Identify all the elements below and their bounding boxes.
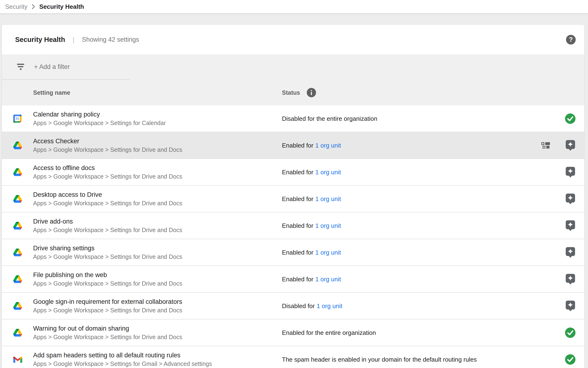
table-row[interactable]: Drive sharing settings Apps > Google Wor… [2,239,584,266]
row-trailing-icons [565,247,576,258]
drive-icon [13,329,22,337]
title-separator: | [73,36,74,44]
status-ok-icon [565,327,576,338]
setting-path: Apps > Google Workspace > Settings for D… [33,306,182,314]
setting-name: Calendar sharing policy [33,110,166,119]
status-text: Disabled for [282,302,315,309]
breadcrumb: Security Security Health [0,0,588,13]
table-row[interactable]: Warning for out of domain sharing Apps >… [2,320,584,346]
setting-name: Google sign-in requirement for external … [33,297,182,306]
app-icon [13,275,22,283]
setting-text: Drive add-ons Apps > Google Workspace > … [33,217,182,234]
setting-text: Add spam headers setting to all default … [33,351,212,368]
app-icon [13,222,22,230]
org-unit-link[interactable]: 1 org unit [315,276,341,283]
recommendation-badge-icon[interactable] [565,139,576,151]
recommendation-badge-icon[interactable] [565,247,576,258]
help-glyph: ? [569,36,573,43]
setting-status: Enabled for1 org unit [282,195,341,202]
row-trailing-icons [565,273,576,285]
recommendation-badge-icon[interactable] [565,273,576,285]
setting-status: Enabled for1 org unit [282,276,341,283]
calendar-icon: 31 [13,114,22,123]
toolbar: + Add a filter Setting name Status [2,55,584,105]
breadcrumb-security-link[interactable]: Security [5,3,27,10]
setting-name: Add spam headers setting to all default … [33,351,212,360]
drive-icon [13,168,22,176]
setting-text: Warning for out of domain sharing Apps >… [33,324,182,341]
setting-text: Access Checker Apps > Google Workspace >… [33,137,182,154]
setting-status: Enabled for1 org unit [282,142,341,149]
org-unit-link[interactable]: 1 org unit [315,249,341,256]
status-text: The spam header is enabled in your domai… [282,356,477,363]
table-row[interactable]: Access Checker Apps > Google Workspace >… [2,132,584,159]
chevron-right-icon [32,4,35,9]
setting-name: Access to offline docs [33,164,182,172]
recommendation-badge-icon[interactable] [565,220,576,231]
setting-status: The spam header is enabled in your domai… [282,356,477,363]
row-trailing-icons [565,300,576,312]
drive-icon [13,302,22,310]
column-status-label: Status [282,89,300,96]
drive-icon [13,195,22,203]
row-trailing-icons [565,113,576,124]
column-setting-name: Setting name [33,89,70,96]
org-unit-link[interactable]: 1 org unit [315,168,341,175]
table-row[interactable]: Desktop access to Drive Apps > Google Wo… [2,186,584,212]
table-row[interactable]: Drive add-ons Apps > Google Workspace > … [2,212,584,239]
page-background: Security Health | Showing 42 settings ? [0,13,588,368]
breadcrumb-current-page: Security Health [39,3,84,10]
recommendation-badge-icon[interactable] [565,166,576,178]
row-trailing-icons [565,166,576,178]
row-trailing-icons [565,354,576,365]
security-health-page: Security Security Health Security Health… [0,0,588,368]
setting-name: Desktop access to Drive [33,190,182,199]
gmail-icon [13,356,22,363]
help-icon[interactable]: ? [566,35,576,45]
app-icon [13,302,22,310]
setting-text: Calendar sharing policy Apps > Google Wo… [33,110,166,127]
recommendation-badge-icon[interactable] [565,300,576,312]
app-icon: 31 [13,114,22,123]
setting-path: Apps > Google Workspace > Settings for D… [33,172,182,181]
security-health-card: Security Health | Showing 42 settings ? [2,25,584,368]
table-row[interactable]: File publishing on the web Apps > Google… [2,266,584,293]
status-text: Enabled for [282,195,313,202]
setting-name: Warning for out of domain sharing [33,324,182,333]
table-header-row: Setting name Status [2,80,584,105]
settings-table-body: 31 Calendar sharing policy Apps > Google… [2,105,584,368]
setting-path: Apps > Google Workspace > Settings for D… [33,279,182,288]
app-icon [13,141,22,149]
settings-count: Showing 42 settings [82,36,139,43]
setting-path: Apps > Google Workspace > Settings for D… [33,146,182,154]
recommendation-badge-icon[interactable] [565,193,576,205]
setting-path: Apps > Google Workspace > Settings for C… [33,119,166,127]
drive-icon [13,275,22,283]
org-unit-link[interactable]: 1 org unit [315,222,341,229]
app-icon [13,356,22,363]
table-row[interactable]: 31 Calendar sharing policy Apps > Google… [2,105,584,132]
setting-text: File publishing on the web Apps > Google… [33,271,182,288]
column-status: Status [282,88,316,98]
status-ok-icon [565,354,576,365]
app-icon [13,329,22,337]
status-text: Enabled for [282,276,313,283]
drive-icon [13,248,22,256]
add-filter-button[interactable]: + Add a filter [2,55,584,79]
setting-status: Enabled for1 org unit [282,168,341,176]
setting-path: Apps > Google Workspace > Settings for D… [33,253,182,261]
app-icon [13,195,22,203]
setting-name: Access Checker [33,137,182,146]
table-row[interactable]: Google sign-in requirement for external … [2,293,584,320]
filter-icon [17,64,24,70]
org-unit-link[interactable]: 1 org unit [317,302,342,309]
org-unit-link[interactable]: 1 org unit [315,195,341,202]
setting-text: Drive sharing settings Apps > Google Wor… [33,244,182,261]
drive-icon [13,222,22,230]
table-row[interactable]: Add spam headers setting to all default … [2,346,584,368]
table-row[interactable]: Access to offline docs Apps > Google Wor… [2,159,584,186]
status-info-icon[interactable] [307,88,316,98]
org-unit-link[interactable]: 1 org unit [315,142,341,149]
status-text: Enabled for [282,168,313,175]
setting-path: Apps > Google Workspace > Settings for G… [33,360,212,368]
